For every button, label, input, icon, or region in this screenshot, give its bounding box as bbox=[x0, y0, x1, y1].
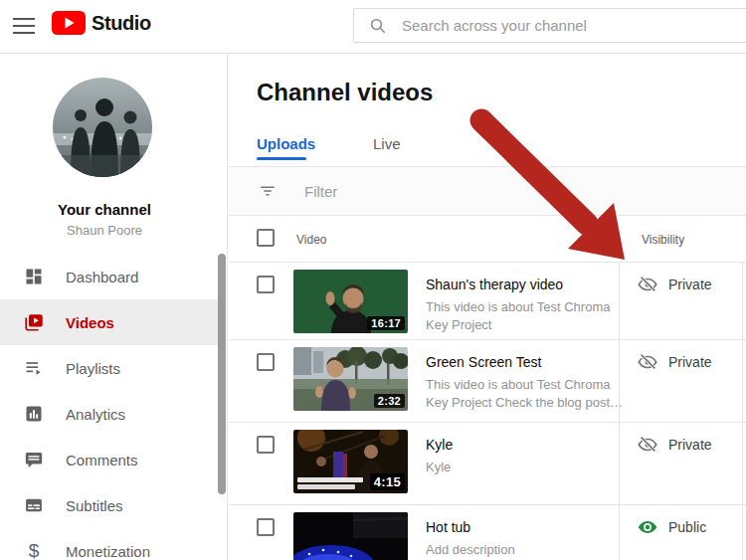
tab-live[interactable]: Live bbox=[373, 135, 401, 152]
table-row: 4:15 Kyle Kyle Private bbox=[229, 422, 746, 504]
analytics-icon bbox=[22, 402, 46, 426]
sidebar-item-dashboard[interactable]: Dashboard bbox=[0, 254, 218, 299]
sidebar-scrollbar[interactable] bbox=[218, 254, 226, 494]
video-description: Add description bbox=[426, 541, 632, 559]
column-header-video: Video bbox=[296, 233, 326, 247]
table-row: Hot tub Add description Public bbox=[229, 504, 746, 560]
sidebar-item-playlists[interactable]: Playlists bbox=[0, 345, 218, 391]
youtube-play-icon bbox=[52, 11, 86, 35]
video-description: This video is about Test Chroma Key Proj… bbox=[426, 298, 632, 334]
video-description: This video is about Test Chroma Key Proj… bbox=[426, 376, 632, 412]
subtitles-icon bbox=[22, 493, 46, 517]
duration-badge: 2:32 bbox=[374, 394, 405, 408]
channel-avatar[interactable] bbox=[53, 78, 152, 177]
filter-icon[interactable] bbox=[259, 182, 277, 200]
channel-label: Your channel bbox=[0, 201, 209, 218]
videos-icon bbox=[22, 310, 46, 334]
visibility-label: Private bbox=[668, 354, 712, 370]
video-thumbnail-hot-tub[interactable] bbox=[293, 512, 408, 560]
sidebar-nav: Dashboard Videos Playlists bbox=[0, 254, 218, 560]
search-box[interactable] bbox=[353, 8, 746, 43]
visibility-cell[interactable]: Private bbox=[637, 434, 712, 456]
video-description: Kyle bbox=[426, 459, 632, 476]
video-thumbnail-outdoors[interactable]: 2:32 bbox=[293, 347, 408, 411]
sidebar-item-label: Analytics bbox=[66, 406, 125, 423]
sidebar: Your channel Shaun Poore Dashboard Video… bbox=[0, 54, 228, 560]
table-row: 16:17 Shaun's therapy video This video i… bbox=[229, 262, 746, 339]
table-header: Video Visibility bbox=[229, 215, 746, 262]
row-checkbox[interactable] bbox=[257, 353, 275, 371]
sidebar-item-label: Playlists bbox=[66, 360, 120, 377]
tab-uploads[interactable]: Uploads bbox=[257, 135, 315, 152]
sidebar-item-label: Monetization bbox=[66, 543, 150, 560]
visibility-label: Public bbox=[668, 519, 706, 535]
channel-owner-name: Shaun Poore bbox=[0, 223, 209, 238]
row-checkbox[interactable] bbox=[257, 436, 275, 454]
sidebar-item-videos[interactable]: Videos bbox=[0, 299, 218, 345]
logo-text: Studio bbox=[92, 12, 151, 35]
video-title[interactable]: Green Screen Test bbox=[426, 354, 625, 370]
sidebar-item-monetization[interactable]: $ Monetization bbox=[0, 528, 218, 560]
filter-bar bbox=[229, 167, 746, 215]
video-title[interactable]: Shaun's therapy video bbox=[426, 277, 625, 292]
eye-public-icon bbox=[637, 516, 658, 538]
column-header-visibility: Visibility bbox=[642, 233, 684, 247]
visibility-cell[interactable]: Private bbox=[637, 274, 712, 295]
eye-off-icon bbox=[637, 274, 658, 295]
row-checkbox[interactable] bbox=[257, 276, 275, 293]
sidebar-item-label: Videos bbox=[66, 314, 114, 331]
row-checkbox[interactable] bbox=[257, 518, 275, 536]
visibility-label: Private bbox=[668, 437, 712, 453]
search-input[interactable] bbox=[402, 17, 746, 34]
sidebar-item-subtitles[interactable]: Subtitles bbox=[0, 482, 218, 528]
comments-icon bbox=[22, 448, 46, 471]
select-all-checkbox[interactable] bbox=[257, 229, 275, 247]
table-row: 2:32 Green Screen Test This video is abo… bbox=[229, 339, 746, 422]
page-title: Channel videos bbox=[257, 79, 433, 106]
eye-off-icon bbox=[637, 351, 658, 373]
monetization-icon: $ bbox=[22, 539, 46, 560]
duration-badge: 16:17 bbox=[367, 316, 405, 330]
visibility-label: Private bbox=[668, 277, 712, 292]
active-tab-underline bbox=[257, 157, 306, 160]
eye-off-icon bbox=[637, 434, 658, 456]
video-title[interactable]: Hot tub bbox=[426, 519, 625, 535]
playlists-icon bbox=[22, 356, 46, 380]
hamburger-menu-icon[interactable] bbox=[13, 18, 35, 34]
main-content: Channel videos Uploads Live Video Visibi… bbox=[229, 54, 746, 560]
sidebar-item-label: Subtitles bbox=[66, 497, 123, 514]
filter-input[interactable] bbox=[304, 183, 603, 200]
topbar: Studio bbox=[0, 0, 746, 54]
youtube-studio-logo[interactable]: Studio bbox=[52, 11, 151, 35]
video-thumbnail-dark-scene[interactable]: 4:15 bbox=[293, 430, 408, 493]
search-icon bbox=[369, 17, 387, 35]
video-thumbnail-green-screen[interactable]: 16:17 bbox=[293, 270, 408, 333]
avatar-photo bbox=[53, 78, 152, 177]
duration-badge: 4:15 bbox=[370, 473, 405, 490]
visibility-cell[interactable]: Public bbox=[637, 516, 706, 538]
dashboard-icon bbox=[22, 265, 46, 288]
sidebar-item-analytics[interactable]: Analytics bbox=[0, 391, 218, 437]
sidebar-item-label: Dashboard bbox=[66, 269, 138, 285]
video-title[interactable]: Kyle bbox=[426, 437, 625, 453]
visibility-cell[interactable]: Private bbox=[637, 351, 712, 373]
sidebar-item-label: Comments bbox=[66, 452, 138, 468]
sidebar-item-comments[interactable]: Comments bbox=[0, 437, 218, 482]
